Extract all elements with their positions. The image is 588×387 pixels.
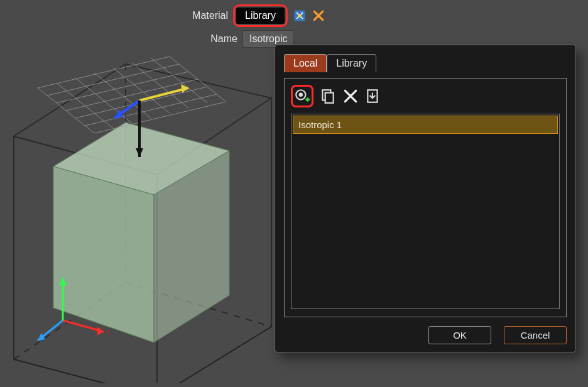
svg-marker-31 — [97, 327, 104, 335]
remove-material-icon[interactable] — [312, 9, 325, 23]
dialog-toolbar — [291, 85, 560, 107]
list-item[interactable]: Isotropic 1 — [293, 116, 558, 134]
copy-icon[interactable] — [320, 88, 336, 104]
cancel-button[interactable]: Cancel — [504, 326, 567, 344]
import-icon[interactable] — [365, 88, 381, 104]
dialog-panel: Isotropic 1 — [284, 78, 567, 317]
dialog-buttons: OK Cancel — [284, 324, 567, 344]
material-label: Material — [192, 10, 228, 21]
dialog-tabs: Local Library — [284, 54, 567, 72]
svg-point-1 — [298, 14, 301, 18]
svg-rect-46 — [325, 93, 334, 103]
svg-line-16 — [47, 64, 179, 95]
svg-text:x: x — [107, 328, 111, 335]
material-library-button[interactable]: Library — [236, 8, 285, 24]
svg-line-19 — [75, 87, 207, 118]
edit-material-icon[interactable] — [293, 9, 307, 23]
material-library-dialog: Local Library I — [275, 45, 576, 352]
svg-line-26 — [113, 68, 170, 113]
viewport-3d[interactable]: x — [0, 31, 295, 383]
new-material-icon[interactable] — [294, 88, 310, 104]
svg-line-20 — [85, 94, 217, 126]
svg-line-22 — [38, 88, 94, 133]
svg-line-15 — [38, 57, 170, 88]
library-chip-highlight: Library — [233, 4, 288, 27]
material-row: Material Library — [192, 4, 325, 27]
tab-local[interactable]: Local — [284, 54, 327, 72]
svg-point-44 — [299, 93, 303, 97]
tab-library[interactable]: Library — [327, 54, 376, 72]
svg-line-29 — [170, 57, 226, 102]
svg-line-37 — [139, 88, 188, 101]
svg-line-9 — [157, 327, 271, 383]
svg-line-23 — [57, 83, 113, 128]
new-material-highlight — [291, 85, 313, 107]
svg-marker-12 — [53, 166, 154, 342]
delete-icon[interactable] — [342, 88, 359, 104]
svg-marker-33 — [38, 333, 45, 341]
app-canvas: { "header": { "material_label": "Materia… — [0, 0, 588, 387]
svg-line-17 — [57, 72, 188, 103]
material-list[interactable]: Isotropic 1 — [291, 114, 560, 309]
svg-line-8 — [14, 359, 157, 383]
ok-button[interactable]: OK — [428, 326, 491, 344]
